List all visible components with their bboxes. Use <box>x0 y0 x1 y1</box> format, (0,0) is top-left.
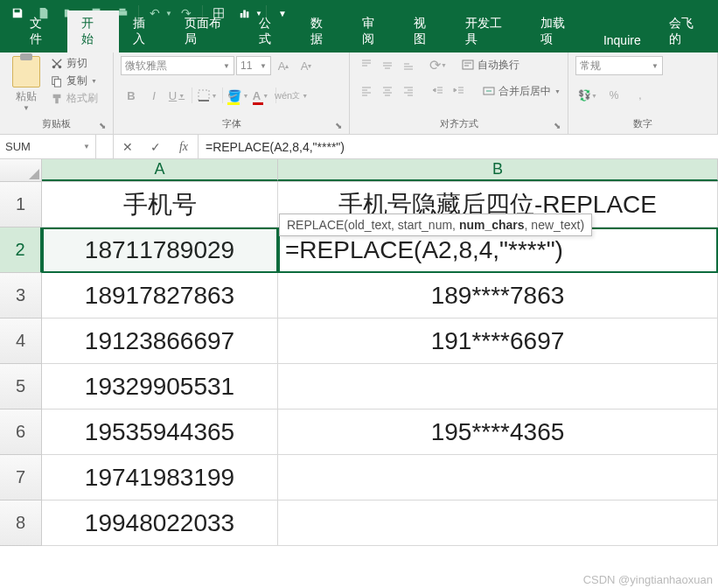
svg-marker-42 <box>433 88 436 92</box>
cell[interactable]: 19329905531 <box>42 364 278 410</box>
paste-button[interactable]: 粘贴 ▼ <box>7 56 45 112</box>
tab-inquire[interactable]: Inquire <box>589 28 655 52</box>
cell[interactable] <box>278 455 718 500</box>
merge-center-button[interactable]: 合并后居中▼ <box>483 84 561 99</box>
tab-data[interactable]: 数据 <box>296 10 348 52</box>
insert-function-icon[interactable]: fx <box>170 135 198 158</box>
row-header[interactable]: 6 <box>0 410 42 455</box>
dialog-launcher-icon[interactable]: ⬊ <box>99 121 106 130</box>
font-size-select[interactable]: 11▼ <box>236 56 271 75</box>
bold-button[interactable]: B <box>121 86 142 105</box>
comma-format-icon[interactable]: , <box>628 86 652 105</box>
dialog-launcher-icon[interactable]: ⬊ <box>554 121 561 130</box>
increase-indent-icon[interactable] <box>450 82 469 100</box>
align-middle-icon[interactable] <box>378 56 397 74</box>
align-top-icon[interactable] <box>357 56 376 74</box>
name-box[interactable]: SUM▼ <box>0 135 96 158</box>
formula-bar: SUM▼ ✕ ✓ fx =REPLACE(A2,8,4,"****") <box>0 135 718 159</box>
svg-rect-13 <box>53 94 61 97</box>
increase-font-icon[interactable]: A▴ <box>273 56 294 75</box>
row-header[interactable]: 5 <box>0 364 42 410</box>
row-header[interactable]: 7 <box>0 455 42 500</box>
cell[interactable]: 189****7863 <box>278 273 718 318</box>
svg-rect-14 <box>55 98 59 103</box>
tab-devtools[interactable]: 开发工具 <box>451 10 526 52</box>
italic-button[interactable]: I <box>143 86 164 105</box>
percent-format-icon[interactable]: % <box>602 86 626 105</box>
font-name-select[interactable]: 微软雅黑▼ <box>121 56 234 75</box>
svg-rect-26 <box>463 60 473 69</box>
phonetic-button[interactable]: wén文▼ <box>281 86 302 105</box>
row-header[interactable]: 4 <box>0 318 42 364</box>
cell[interactable]: 195****4365 <box>278 410 718 455</box>
tab-layout[interactable]: 页面布局 <box>171 10 246 52</box>
fill-color-button[interactable]: 🪣▼ <box>227 86 248 105</box>
watermark: CSDN @yingtianhaoxuan <box>583 573 713 586</box>
row-header[interactable]: 2 <box>0 228 42 273</box>
border-button[interactable]: ▼ <box>197 86 218 105</box>
formula-tooltip: REPLACE(old_text, start_num, num_chars, … <box>279 214 592 236</box>
copy-button[interactable]: 复制▼ <box>51 74 98 88</box>
font-group-label: 字体⬊ <box>121 117 342 132</box>
tab-formulas[interactable]: 公式 <box>245 10 296 52</box>
col-header-B[interactable]: B <box>278 159 718 181</box>
row-header[interactable]: 1 <box>0 182 42 228</box>
cell[interactable]: 19948022033 <box>42 500 278 546</box>
cell[interactable]: 18917827863 <box>42 273 278 318</box>
cell[interactable]: 191****6697 <box>278 318 718 364</box>
align-center-icon[interactable] <box>378 82 397 100</box>
orientation-icon[interactable]: ⟳▼ <box>429 56 448 74</box>
tab-file[interactable]: 文件 <box>16 10 67 52</box>
enter-formula-icon[interactable]: ✓ <box>142 135 170 158</box>
cell[interactable]: 19741983199 <box>42 455 278 500</box>
align-group-label: 对齐方式⬊ <box>357 117 561 132</box>
svg-rect-12 <box>54 79 60 87</box>
ribbon-tabs: 文件 开始 插入 页面布局 公式 数据 审阅 视图 开发工具 加载项 Inqui… <box>0 26 718 52</box>
formula-input[interactable]: =REPLACE(A2,8,4,"****") <box>199 135 718 158</box>
cut-button[interactable]: 剪切 <box>51 56 98 71</box>
svg-rect-15 <box>199 90 209 101</box>
dialog-launcher-icon[interactable]: ⬊ <box>335 121 342 130</box>
font-color-button[interactable]: A▼ <box>250 86 271 105</box>
tab-fly[interactable]: 会飞的 <box>655 10 718 52</box>
decrease-indent-icon[interactable] <box>429 82 448 100</box>
ribbon: 粘贴 ▼ 剪切 复制▼ 格式刷 剪贴板⬊ 微软雅黑▼ 11▼ A▴ A▾ B I… <box>0 52 718 135</box>
cell[interactable]: 18711789029 <box>42 228 278 273</box>
align-right-icon[interactable] <box>399 82 418 100</box>
align-bottom-icon[interactable] <box>399 56 418 74</box>
tab-addins[interactable]: 加载项 <box>526 10 589 52</box>
tab-insert[interactable]: 插入 <box>119 10 171 52</box>
row-header[interactable]: 3 <box>0 273 42 318</box>
number-group-label: 数字 <box>575 117 710 132</box>
decrease-font-icon[interactable]: A▾ <box>296 56 317 75</box>
format-painter-button[interactable]: 格式刷 <box>51 91 98 106</box>
tab-review[interactable]: 审阅 <box>348 10 400 52</box>
accounting-format-icon[interactable]: 💱▼ <box>575 86 600 105</box>
cell[interactable] <box>278 500 718 546</box>
tab-view[interactable]: 视图 <box>400 10 451 52</box>
cell[interactable]: 19123866697 <box>42 318 278 364</box>
svg-marker-46 <box>454 88 457 92</box>
row-header[interactable]: 8 <box>0 500 42 546</box>
col-header-A[interactable]: A <box>42 159 278 181</box>
wrap-text-button[interactable]: 自动换行 <box>462 58 519 73</box>
cancel-formula-icon[interactable]: ✕ <box>114 135 142 158</box>
underline-button[interactable]: U▼ <box>166 86 187 105</box>
align-left-icon[interactable] <box>357 82 376 100</box>
tab-home[interactable]: 开始 <box>67 10 119 52</box>
select-all-corner[interactable] <box>0 159 42 181</box>
clipboard-group-label: 剪贴板⬊ <box>7 117 106 132</box>
cell[interactable]: 手机号 <box>42 182 278 228</box>
cell[interactable] <box>278 364 718 410</box>
number-format-select[interactable]: 常规▼ <box>575 56 663 75</box>
cell[interactable]: 19535944365 <box>42 410 278 455</box>
